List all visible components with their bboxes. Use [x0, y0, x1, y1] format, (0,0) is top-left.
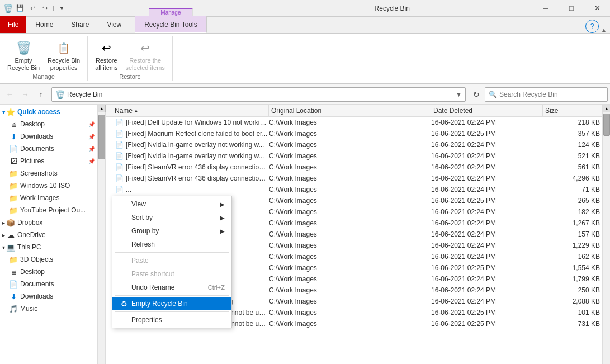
refresh-button[interactable]: ↻ — [469, 87, 484, 102]
file-row[interactable]: 📄 ... C:\Work Images 16-06-2021 02:24 PM… — [106, 184, 602, 195]
sidebar-item-3d-objects[interactable]: 📁 3D Objects — [0, 253, 97, 266]
maximize-button[interactable]: □ — [559, 0, 584, 17]
sidebar-item-desktop[interactable]: 🖥 Desktop 📌 — [0, 118, 97, 130]
sidebar-section-onedrive[interactable]: ▸ ☁ OneDrive — [0, 229, 97, 241]
file-size: 182 KB — [543, 208, 600, 216]
sidebar-item-downloads-pc[interactable]: ⬇ Downloads — [0, 290, 97, 302]
sidebar-item-desktop-label: Desktop — [20, 120, 88, 128]
sidebar-item-documents-pc-label: Documents — [20, 280, 95, 288]
column-header-name[interactable]: Name ▲ — [112, 105, 269, 117]
file-date: 16-06-2021 02:25 PM — [431, 264, 543, 272]
sidebar-item-music[interactable]: 🎵 Music — [0, 302, 97, 315]
file-row[interactable]: 📄 [Fixed] Nvidia in-game overlay not wor… — [106, 150, 602, 162]
file-row[interactable]: 📄 [Fixed] Dell Update for Windows 10 not… — [106, 117, 602, 128]
ribbon-group-manage-items: 🗑️ EmptyRecycle Bin 📋 Recycle Binpropert… — [4, 35, 83, 73]
onedrive-icon: ☁ — [6, 230, 15, 239]
restore-selected-items-button[interactable]: ↩ Restore theselected items — [123, 37, 168, 73]
header-spacer — [106, 105, 112, 117]
file-row[interactable]: 📄 [Fixed] Macrium Reflect clone failed t… — [106, 128, 602, 139]
ctx-separator-3 — [115, 311, 229, 312]
ctx-item-empty-recycle-bin[interactable]: ♻ Empty Recycle Bin — [112, 297, 231, 310]
search-input[interactable] — [499, 91, 604, 98]
file-date: 16-06-2021 02:24 PM — [431, 275, 543, 283]
file-scrollbar-track — [603, 112, 610, 364]
empty-recycle-bin-button[interactable]: 🗑️ EmptyRecycle Bin — [4, 37, 42, 73]
ctx-item-group-by[interactable]: Group by ▶ — [112, 224, 231, 238]
sidebar-item-windows-iso[interactable]: 📁 Windows 10 ISO — [0, 179, 97, 192]
qat-save-button[interactable]: 💾 — [15, 3, 26, 14]
minimize-button[interactable]: ─ — [533, 0, 559, 17]
youtube-icon: 📁 — [9, 206, 18, 215]
this-pc-icon: 💻 — [6, 243, 15, 252]
back-button[interactable]: ← — [2, 87, 17, 102]
up-button[interactable]: ↑ — [34, 87, 48, 102]
file-row[interactable]: 📄 [Fixed] SteamVR error 436 display conn… — [106, 162, 602, 173]
file-date: 16-06-2021 02:25 PM — [431, 309, 543, 316]
ctx-item-view[interactable]: View ▶ — [112, 197, 231, 211]
search-bar[interactable]: 🔍 — [485, 87, 608, 102]
ctx-item-sort-by[interactable]: Sort by ▶ — [112, 211, 231, 224]
desktop-pc-icon: 🖥 — [9, 267, 18, 276]
ctx-item-undo-rename[interactable]: Undo Rename Ctrl+Z — [112, 281, 231, 294]
ribbon-group-manage-label: Manage — [4, 73, 83, 81]
tab-recycle-bin-tools[interactable]: Recycle Bin Tools — [135, 16, 207, 33]
sidebar-section-this-pc[interactable]: ▾ 💻 This PC — [0, 241, 97, 253]
file-row[interactable]: 📄 [Fixed] SteamVR error 436 display conn… — [106, 173, 602, 184]
ctx-item-paste[interactable]: Paste — [112, 254, 231, 267]
recycle-bin-properties-button[interactable]: 📋 Recycle Binproperties — [45, 37, 83, 73]
tab-share[interactable]: Share — [62, 16, 98, 33]
sidebar-scrollbar-thumb[interactable] — [98, 115, 105, 159]
file-scroll-up-button[interactable]: ▲ — [603, 105, 610, 112]
tab-file[interactable]: File — [0, 16, 26, 33]
file-date: 16-06-2021 02:24 PM — [431, 230, 543, 238]
file-icon: 📄 — [115, 163, 124, 172]
sidebar-item-documents[interactable]: 📄 Documents 📌 — [0, 143, 97, 155]
column-date-deleted-label: Date Deleted — [433, 107, 472, 115]
file-location: C:\Work Images — [269, 230, 431, 238]
sidebar-item-youtube[interactable]: 📁 YouTube Project Ou... — [0, 204, 97, 216]
ctx-item-refresh[interactable]: Refresh — [112, 238, 231, 251]
file-icon: 📄 — [115, 129, 124, 138]
file-date: 16-06-2021 02:24 PM — [431, 242, 543, 249]
column-header-size[interactable]: Size — [543, 105, 602, 117]
close-button[interactable]: ✕ — [584, 0, 610, 17]
tab-home[interactable]: Home — [26, 16, 62, 33]
sidebar-item-desktop-pc[interactable]: 🖥 Desktop — [0, 266, 97, 278]
column-size-label: Size — [545, 107, 558, 115]
column-header-original-location[interactable]: Original Location — [269, 105, 431, 117]
column-header-date-deleted[interactable]: Date Deleted — [431, 105, 543, 117]
file-location: C:\Work Images — [269, 174, 431, 182]
sidebar-item-documents-pc[interactable]: 📄 Documents — [0, 278, 97, 290]
file-scrollbar-thumb[interactable] — [603, 114, 610, 136]
qat-customize-button[interactable]: ▼ — [56, 3, 67, 14]
sidebar-item-windows-iso-label: Windows 10 ISO — [20, 182, 95, 190]
qat-redo-button[interactable]: ↪ — [39, 3, 50, 14]
forward-button[interactable]: → — [18, 87, 32, 102]
column-original-location-label: Original Location — [271, 107, 321, 115]
file-name: [Fixed] Nvidia in-game overlay not worki… — [126, 152, 269, 160]
sidebar-item-screenshots[interactable]: 📁 Screenshots — [0, 167, 97, 179]
ctx-view-arrow: ▶ — [220, 201, 225, 207]
sidebar-section-dropbox[interactable]: ▸ 📦 Dropbox — [0, 216, 97, 229]
help-button[interactable]: ? — [585, 20, 599, 33]
sidebar-scroll-up-button[interactable]: ▲ — [98, 105, 106, 112]
file-size: 521 KB — [543, 152, 600, 160]
tab-view[interactable]: View — [98, 16, 130, 33]
documents-pc-icon: 📄 — [9, 280, 18, 289]
ctx-item-paste-shortcut[interactable]: Paste shortcut — [112, 267, 231, 281]
sidebar-item-work-images[interactable]: 📁 Work Images — [0, 192, 97, 204]
collapse-ribbon-button[interactable]: ▲ — [601, 27, 607, 33]
restore-all-items-button[interactable]: ↩ Restoreall items — [92, 37, 120, 73]
sidebar-item-pictures[interactable]: 🖼 Pictures 📌 — [0, 155, 97, 167]
file-location: C:\Work Images — [269, 242, 431, 249]
address-bar[interactable]: 🗑️ Recycle Bin ▼ — [51, 87, 466, 102]
sidebar-section-quick-access[interactable]: ▾ ⭐ Quick access — [0, 106, 97, 118]
empty-recycle-bin-icon: 🗑️ — [15, 39, 32, 57]
ctx-item-properties[interactable]: Properties — [112, 313, 231, 327]
qat-undo-button[interactable]: ↩ — [27, 3, 38, 14]
sidebar-item-work-images-label: Work Images — [20, 194, 95, 202]
file-icon: 📄 — [115, 140, 124, 149]
file-row[interactable]: 📄 [Fixed] Nvidia in-game overlay not wor… — [106, 139, 602, 150]
file-location: C:\Work Images — [269, 197, 431, 205]
sidebar-item-downloads[interactable]: ⬇ Downloads 📌 — [0, 130, 97, 143]
